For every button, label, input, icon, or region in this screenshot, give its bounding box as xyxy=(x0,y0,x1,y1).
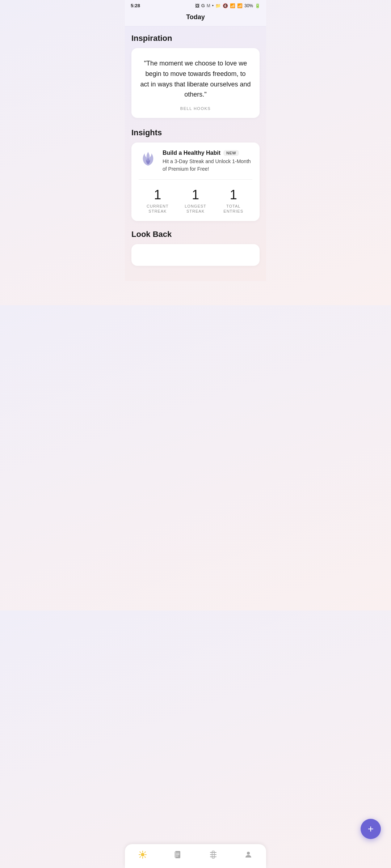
lookback-section: Look Back xyxy=(131,230,260,266)
habit-title-row: Build a Healthy Habit NEW xyxy=(163,150,252,156)
habit-description: Hit a 3-Day Streak and Unlock 1-Month of… xyxy=(163,158,252,173)
notification-icon: 🖼 xyxy=(195,3,199,8)
status-icons: 🖼 G M • 📁 🔇 📶 📶 30% 🔋 xyxy=(195,3,260,8)
habit-row: Build a Healthy Habit NEW Hit a 3-Day St… xyxy=(139,150,252,180)
sim-icon: 📁 xyxy=(215,3,221,8)
longest-streak-value: 1 xyxy=(177,188,215,202)
status-time: 5:28 xyxy=(131,3,140,8)
stat-longest-streak: 1 LONGESTSTREAK xyxy=(177,188,215,214)
current-streak-value: 1 xyxy=(139,188,177,202)
mail-icon: M xyxy=(207,3,210,8)
wifi-icon: 📶 xyxy=(230,3,235,8)
lookback-section-title: Look Back xyxy=(131,230,260,239)
stat-total-entries: 1 TOTALENTRIES xyxy=(214,188,252,214)
quote-author: BELL HOOKS xyxy=(140,106,251,111)
insights-section-title: Insights xyxy=(131,128,260,137)
stats-row: 1 CURRENTSTREAK 1 LONGESTSTREAK 1 TOTALE… xyxy=(139,186,252,214)
page-title: Today xyxy=(186,13,205,21)
longest-streak-label: LONGESTSTREAK xyxy=(177,204,215,214)
lookback-card-preview xyxy=(131,244,260,266)
insights-section: Insights Build a Healthy Habit NEW Hit a… xyxy=(131,128,260,221)
quote-text: "The moment we choose to love we begin t… xyxy=(140,58,251,100)
total-entries-value: 1 xyxy=(214,188,252,202)
main-content: Inspiration "The moment we choose to lov… xyxy=(125,26,266,281)
habit-content: Build a Healthy Habit NEW Hit a 3-Day St… xyxy=(163,150,252,173)
stat-current-streak: 1 CURRENTSTREAK xyxy=(139,188,177,214)
insights-card: Build a Healthy Habit NEW Hit a 3-Day St… xyxy=(131,142,260,221)
dot-indicator: • xyxy=(212,3,214,8)
header: Today xyxy=(125,10,266,26)
battery-icon: 🔋 xyxy=(255,3,260,8)
inspiration-card: "The moment we choose to love we begin t… xyxy=(131,48,260,118)
mute-icon: 🔇 xyxy=(223,3,228,8)
signal-icon: 📶 xyxy=(237,3,243,8)
total-entries-label: TOTALENTRIES xyxy=(214,204,252,214)
habit-title: Build a Healthy Habit xyxy=(163,150,220,156)
current-streak-label: CURRENTSTREAK xyxy=(139,204,177,214)
new-badge: NEW xyxy=(223,150,239,156)
battery-text: 30% xyxy=(244,3,253,8)
status-bar: 5:28 🖼 G M • 📁 🔇 📶 📶 30% 🔋 xyxy=(125,0,266,10)
google-icon: G xyxy=(201,3,205,8)
flame-icon xyxy=(139,150,157,169)
inspiration-section-title: Inspiration xyxy=(131,34,260,43)
